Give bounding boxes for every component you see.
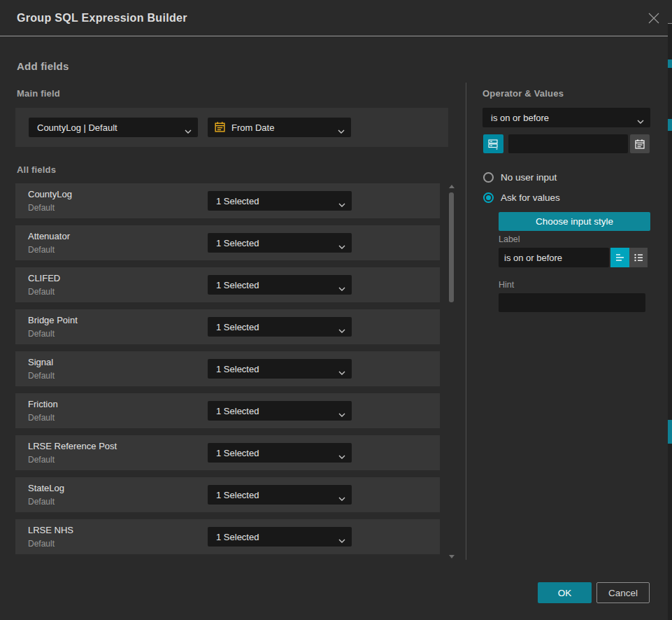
operator-select-value: is on or before	[491, 113, 549, 123]
cancel-button[interactable]: Cancel	[596, 582, 650, 603]
field-name: LRSE Reference Post	[28, 441, 117, 451]
chevron-down-icon	[637, 115, 644, 126]
field-selection-value: 1 Selected	[216, 532, 259, 542]
field-row: AttenuatorDefault1 Selected	[15, 225, 440, 260]
field-selection-select[interactable]: 1 Selected	[208, 317, 352, 337]
chevron-down-icon	[338, 535, 345, 545]
calendar-picker-button[interactable]	[630, 134, 650, 153]
hint-input[interactable]	[499, 293, 645, 312]
chevron-down-icon	[338, 451, 345, 461]
field-selection-value: 1 Selected	[216, 238, 259, 248]
radio-no-user-input[interactable]: No user input	[483, 171, 557, 183]
bullet-list-icon	[634, 253, 644, 262]
label-input[interactable]	[499, 248, 609, 267]
field-selection-select[interactable]: 1 Selected	[208, 275, 352, 295]
calendar-date-icon	[214, 121, 226, 135]
field-subtitle: Default	[28, 497, 55, 507]
close-icon[interactable]	[647, 11, 661, 25]
field-selection-select[interactable]: 1 Selected	[208, 527, 352, 547]
field-selection-value: 1 Selected	[216, 322, 259, 332]
field-name: Signal	[28, 357, 53, 367]
radio-label: Ask for values	[501, 192, 560, 203]
field-row: LRSE NHSDefault1 Selected	[15, 519, 440, 554]
all-fields-label: All fields	[17, 164, 56, 175]
operator-values-heading: Operator & Values	[482, 88, 564, 99]
chevron-down-icon	[338, 409, 345, 419]
field-subtitle: Default	[28, 329, 55, 339]
layer-select[interactable]: CountyLog | Default	[29, 118, 198, 137]
field-row: SignalDefault1 Selected	[15, 351, 440, 386]
dialog-title: Group SQL Expression Builder	[17, 0, 187, 36]
operator-select[interactable]: is on or before	[482, 108, 650, 127]
single-input-style-button[interactable]	[610, 248, 629, 267]
field-name: Attenuator	[28, 231, 70, 241]
ok-button[interactable]: OK	[538, 582, 592, 603]
chevron-down-icon	[338, 283, 345, 293]
radio-label: No user input	[501, 172, 557, 183]
field-row: LRSE Reference PostDefault1 Selected	[15, 435, 440, 470]
field-selection-value: 1 Selected	[216, 406, 259, 416]
align-left-lines-icon	[615, 253, 625, 262]
field-subtitle: Default	[28, 455, 55, 465]
field-name: CountyLog	[28, 189, 72, 199]
field-selection-value: 1 Selected	[216, 280, 259, 290]
chevron-down-icon	[338, 199, 345, 209]
field-selection-select[interactable]: 1 Selected	[208, 443, 352, 463]
field-row: Bridge PointDefault1 Selected	[15, 309, 440, 344]
field-selection-value: 1 Selected	[216, 364, 259, 374]
field-selection-select[interactable]: 1 Selected	[208, 233, 352, 253]
field-row: FrictionDefault1 Selected	[15, 393, 440, 428]
list-scrollbar[interactable]	[448, 183, 455, 560]
field-name: Bridge Point	[28, 315, 78, 325]
main-field-label: Main field	[17, 88, 60, 99]
scroll-down-icon[interactable]	[449, 555, 455, 558]
radio-circle-icon	[483, 172, 494, 183]
calendar-icon	[634, 139, 645, 150]
field-name: CLIFED	[28, 273, 60, 283]
date-value-input[interactable]	[508, 134, 628, 153]
chevron-down-icon	[338, 493, 345, 503]
field-selection-value: 1 Selected	[216, 196, 259, 206]
field-name: Friction	[28, 399, 58, 409]
label-field-label: Label	[499, 234, 520, 244]
field-subtitle: Default	[28, 203, 55, 213]
field-selection-select[interactable]: 1 Selected	[208, 401, 352, 421]
layer-select-value: CountyLog | Default	[37, 122, 117, 133]
field-selection-value: 1 Selected	[216, 490, 259, 500]
all-fields-list: CountyLogDefault1 SelectedAttenuatorDefa…	[15, 183, 440, 561]
field-subtitle: Default	[28, 371, 55, 381]
hint-field-label: Hint	[499, 280, 514, 290]
field-name: StateLog	[28, 483, 64, 493]
list-input-style-button[interactable]	[629, 248, 648, 267]
field-selection-select[interactable]: 1 Selected	[208, 359, 352, 379]
field-subtitle: Default	[28, 287, 55, 297]
chevron-down-icon	[338, 325, 345, 335]
radio-ask-for-values[interactable]: Ask for values	[483, 192, 560, 203]
field-selection-select[interactable]: 1 Selected	[208, 485, 352, 505]
chevron-down-icon	[338, 125, 345, 136]
choose-input-style-button[interactable]: Choose input style	[499, 212, 650, 231]
field-subtitle: Default	[28, 539, 55, 549]
field-selection-select[interactable]: 1 Selected	[208, 191, 352, 211]
field-row: StateLogDefault1 Selected	[15, 477, 440, 512]
chevron-down-icon	[338, 241, 345, 251]
field-subtitle: Default	[28, 413, 55, 423]
field-subtitle: Default	[28, 245, 55, 255]
main-field-box: CountyLog | Default From Date	[15, 108, 448, 147]
dialog-titlebar: Group SQL Expression Builder	[0, 0, 668, 36]
scrollbar-thumb[interactable]	[449, 192, 454, 302]
group-sql-expression-builder-dialog: Group SQL Expression Builder Add fields …	[0, 0, 672, 620]
input-type-selector-button[interactable]	[483, 134, 503, 153]
chevron-down-icon	[338, 367, 345, 377]
background-page-edge	[668, 0, 672, 620]
field-select[interactable]: From Date	[208, 118, 351, 137]
field-selection-value: 1 Selected	[216, 448, 259, 458]
field-select-value: From Date	[231, 122, 274, 133]
stacked-inputs-icon	[487, 138, 499, 150]
field-name: LRSE NHS	[28, 525, 73, 535]
field-row: CountyLogDefault1 Selected	[15, 183, 440, 218]
radio-circle-icon	[483, 192, 494, 203]
field-row: CLIFEDDefault1 Selected	[15, 267, 440, 302]
scroll-up-icon[interactable]	[449, 185, 455, 188]
chevron-down-icon	[185, 125, 192, 136]
